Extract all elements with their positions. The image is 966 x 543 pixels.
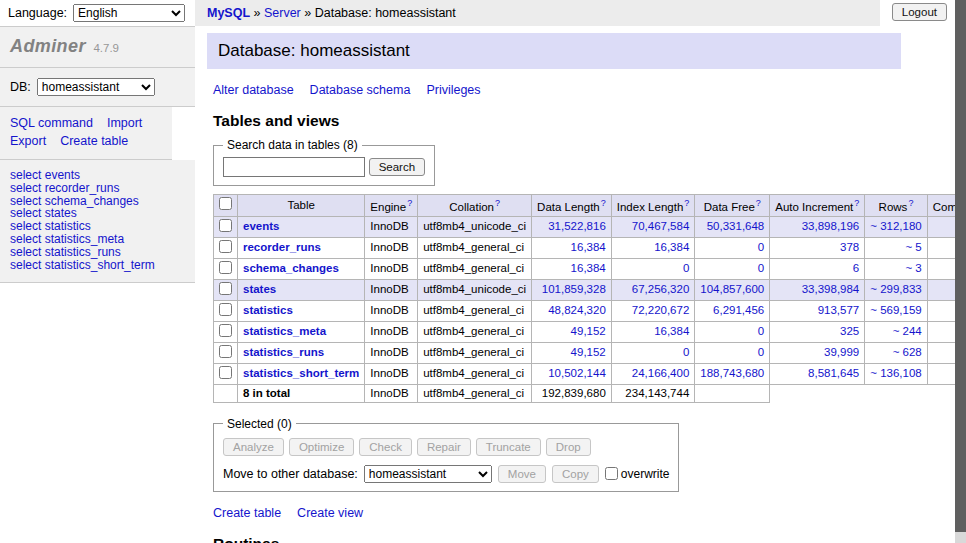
repair-button[interactable]: Repair bbox=[417, 438, 471, 456]
table-name-link[interactable]: statistics bbox=[243, 304, 293, 316]
sidebar-command-link[interactable]: SQL command bbox=[10, 116, 93, 130]
auto-increment-link[interactable]: 39,999 bbox=[824, 346, 859, 358]
rows-link[interactable]: ~ 299,833 bbox=[870, 283, 921, 295]
index-length-link[interactable]: 16,384 bbox=[654, 241, 689, 253]
row-checkbox[interactable] bbox=[219, 261, 232, 274]
data-free-link[interactable]: 6,291,456 bbox=[713, 304, 764, 316]
table-row[interactable]: schema_changesInnoDButf8mb4_general_ci16… bbox=[214, 258, 966, 279]
table-name-link[interactable]: statistics_runs bbox=[243, 346, 324, 358]
copy-button[interactable]: Copy bbox=[552, 465, 599, 483]
db-action-link[interactable]: Alter database bbox=[213, 83, 294, 97]
table-row[interactable]: statistics_runsInnoDButf8mb4_general_ci4… bbox=[214, 342, 966, 363]
data-free-link[interactable]: 0 bbox=[758, 346, 764, 358]
sidebar-command-link[interactable]: Create table bbox=[60, 134, 128, 148]
index-length-link[interactable]: 0 bbox=[683, 346, 689, 358]
row-checkbox[interactable] bbox=[219, 303, 232, 316]
row-checkbox[interactable] bbox=[219, 219, 232, 232]
table-name-link[interactable]: statistics_short_term bbox=[243, 367, 359, 379]
data-free-link[interactable]: 104,857,600 bbox=[700, 283, 764, 295]
logout-button[interactable]: Logout bbox=[892, 3, 947, 21]
row-checkbox[interactable] bbox=[219, 345, 232, 358]
table-row[interactable]: recorder_runsInnoDButf8mb4_general_ci16,… bbox=[214, 237, 966, 258]
auto-increment-link[interactable]: 913,577 bbox=[818, 304, 860, 316]
data-length-link[interactable]: 10,502,144 bbox=[548, 367, 606, 379]
auto-increment-link[interactable]: 325 bbox=[840, 325, 859, 337]
data-length-link[interactable]: 16,384 bbox=[571, 262, 606, 274]
select-all-checkbox[interactable] bbox=[219, 197, 232, 210]
optimize-button[interactable]: Optimize bbox=[289, 438, 354, 456]
db-action-link[interactable]: Privileges bbox=[426, 83, 480, 97]
table-row[interactable]: statistics_metaInnoDButf8mb4_general_ci4… bbox=[214, 321, 966, 342]
move-button[interactable]: Move bbox=[498, 465, 546, 483]
auto-increment-link[interactable]: 33,898,196 bbox=[802, 220, 860, 232]
rows-link[interactable]: ~ 628 bbox=[893, 346, 922, 358]
row-checkbox[interactable] bbox=[219, 366, 232, 379]
data-free-link[interactable]: 0 bbox=[758, 325, 764, 337]
table-name-link[interactable]: statistics_meta bbox=[243, 325, 326, 337]
sidebar-table-link[interactable]: statistics_short_term bbox=[45, 258, 155, 272]
breadcrumb-item[interactable]: Server bbox=[264, 6, 301, 20]
table-row[interactable]: statesInnoDButf8mb4_unicode_ci101,859,32… bbox=[214, 279, 966, 300]
table-name-link[interactable]: recorder_runs bbox=[243, 241, 321, 253]
help-link[interactable]: ? bbox=[756, 198, 761, 208]
overwrite-checkbox[interactable] bbox=[605, 467, 618, 480]
index-length-link[interactable]: 24,166,400 bbox=[632, 367, 690, 379]
analyze-button[interactable]: Analyze bbox=[223, 438, 284, 456]
data-length-link[interactable]: 49,152 bbox=[571, 346, 606, 358]
help-link[interactable]: ? bbox=[908, 198, 913, 208]
create-link[interactable]: Create table bbox=[213, 506, 281, 520]
index-length-link[interactable]: 70,467,584 bbox=[632, 220, 690, 232]
table-row[interactable]: statistics_short_termInnoDButf8mb4_gener… bbox=[214, 363, 966, 384]
data-free-link[interactable]: 188,743,680 bbox=[700, 367, 764, 379]
sidebar-command-link[interactable]: Import bbox=[107, 116, 142, 130]
index-length-link[interactable]: 72,220,672 bbox=[632, 304, 690, 316]
sidebar-select-link[interactable]: select bbox=[10, 258, 41, 272]
truncate-button[interactable]: Truncate bbox=[476, 438, 541, 456]
data-length-link[interactable]: 31,522,816 bbox=[548, 220, 606, 232]
index-length-link[interactable]: 16,384 bbox=[654, 325, 689, 337]
data-free-link[interactable]: 0 bbox=[758, 262, 764, 274]
index-length-link[interactable]: 67,256,320 bbox=[632, 283, 690, 295]
help-link[interactable]: ? bbox=[601, 198, 606, 208]
breadcrumb-item[interactable]: MySQL bbox=[207, 6, 250, 20]
search-input[interactable] bbox=[223, 157, 365, 177]
row-checkbox[interactable] bbox=[219, 240, 232, 253]
create-link[interactable]: Create view bbox=[297, 506, 363, 520]
table-row[interactable]: statisticsInnoDButf8mb4_general_ci48,824… bbox=[214, 300, 966, 321]
table-name-link[interactable]: events bbox=[243, 220, 279, 232]
data-free-link[interactable]: 0 bbox=[758, 241, 764, 253]
rows-link[interactable]: ~ 5 bbox=[905, 241, 921, 253]
move-db-select[interactable]: homeassistant bbox=[364, 465, 492, 483]
table-name-link[interactable]: schema_changes bbox=[243, 262, 339, 274]
data-length-link[interactable]: 49,152 bbox=[571, 325, 606, 337]
help-link[interactable]: ? bbox=[495, 198, 500, 208]
help-link[interactable]: ? bbox=[854, 198, 859, 208]
auto-increment-link[interactable]: 8,581,645 bbox=[808, 367, 859, 379]
index-length-link[interactable]: 0 bbox=[683, 262, 689, 274]
data-free-link[interactable]: 50,331,648 bbox=[707, 220, 765, 232]
auto-increment-link[interactable]: 6 bbox=[853, 262, 859, 274]
rows-link[interactable]: ~ 312,180 bbox=[870, 220, 921, 232]
search-button[interactable]: Search bbox=[369, 158, 425, 176]
data-length-link[interactable]: 48,824,320 bbox=[548, 304, 606, 316]
table-row[interactable]: eventsInnoDButf8mb4_unicode_ci31,522,816… bbox=[214, 216, 966, 237]
db-select[interactable]: homeassistant bbox=[37, 78, 155, 96]
rows-link[interactable]: ~ 244 bbox=[893, 325, 922, 337]
language-select[interactable]: English bbox=[73, 4, 185, 22]
help-link[interactable]: ? bbox=[684, 198, 689, 208]
scrollbar[interactable] bbox=[955, 0, 966, 543]
rows-link[interactable]: ~ 3 bbox=[905, 262, 921, 274]
auto-increment-link[interactable]: 33,398,984 bbox=[802, 283, 860, 295]
check-button[interactable]: Check bbox=[359, 438, 412, 456]
table-name-link[interactable]: states bbox=[243, 283, 276, 295]
row-checkbox[interactable] bbox=[219, 324, 232, 337]
drop-button[interactable]: Drop bbox=[546, 438, 591, 456]
row-checkbox[interactable] bbox=[219, 282, 232, 295]
data-length-link[interactable]: 101,859,328 bbox=[542, 283, 606, 295]
help-link[interactable]: ? bbox=[407, 198, 412, 208]
scrollbar-thumb[interactable] bbox=[955, 0, 966, 532]
db-action-link[interactable]: Database schema bbox=[310, 83, 411, 97]
sidebar-command-link[interactable]: Export bbox=[10, 134, 46, 148]
auto-increment-link[interactable]: 378 bbox=[840, 241, 859, 253]
rows-link[interactable]: ~ 569,159 bbox=[870, 304, 921, 316]
